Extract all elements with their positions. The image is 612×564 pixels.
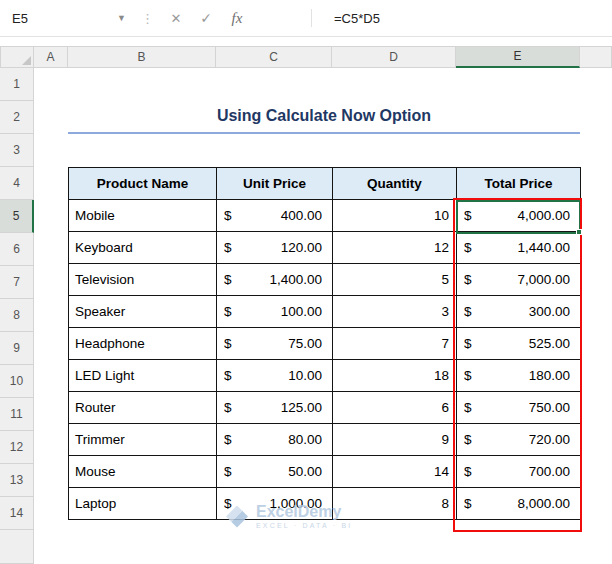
row-header-14[interactable]: 14 — [0, 497, 34, 530]
row-header-2[interactable]: 2 — [0, 101, 34, 134]
header-quantity[interactable]: Quantity — [333, 168, 457, 200]
cell-unit-price[interactable]: $120.00 — [217, 232, 333, 264]
cell-total-price[interactable]: $700.00 — [457, 456, 581, 488]
currency-symbol: $ — [464, 392, 472, 424]
currency-symbol: $ — [464, 264, 472, 296]
formula-input[interactable]: =C5*D5 — [334, 11, 380, 26]
table-row: Laptop$1,000.008$8,000.00 — [69, 488, 581, 520]
unit-price-value: 125.00 — [281, 392, 322, 424]
currency-symbol: $ — [224, 392, 232, 424]
unit-price-value: 50.00 — [288, 456, 322, 488]
row-header-4[interactable]: 4 — [0, 167, 34, 200]
cell-unit-price[interactable]: $75.00 — [217, 328, 333, 360]
worksheet-grid: A B C D E 1234567891011121314 Using Calc… — [0, 46, 612, 564]
cell-quantity[interactable]: 6 — [333, 392, 457, 424]
currency-symbol: $ — [224, 424, 232, 456]
total-price-value: 750.00 — [529, 392, 570, 424]
cell-product-name[interactable]: Television — [69, 264, 217, 296]
cell-product-name[interactable]: Speaker — [69, 296, 217, 328]
name-box-dropdown-icon[interactable]: ▼ — [117, 13, 126, 23]
unit-price-value: 400.00 — [281, 200, 322, 232]
cell-product-name[interactable]: Mouse — [69, 456, 217, 488]
name-box-value: E5 — [12, 11, 28, 26]
currency-symbol: $ — [224, 456, 232, 488]
cell-quantity[interactable]: 8 — [333, 488, 457, 520]
cell-quantity[interactable]: 12 — [333, 232, 457, 264]
cell-unit-price[interactable]: $50.00 — [217, 456, 333, 488]
cell-product-name[interactable]: Laptop — [69, 488, 217, 520]
cell-quantity[interactable]: 5 — [333, 264, 457, 296]
cell-total-price[interactable]: $300.00 — [457, 296, 581, 328]
row-header-10[interactable]: 10 — [0, 365, 34, 398]
table-row: Mobile$400.0010$4,000.00 — [69, 200, 581, 232]
unit-price-value: 120.00 — [281, 232, 322, 264]
cell-quantity[interactable]: 18 — [333, 360, 457, 392]
cell-total-price[interactable]: $1,440.00 — [457, 232, 581, 264]
total-price-value: 700.00 — [529, 456, 570, 488]
cell-quantity[interactable]: 10 — [333, 200, 457, 232]
column-header-c[interactable]: C — [216, 46, 332, 68]
cell-unit-price[interactable]: $10.00 — [217, 360, 333, 392]
cell-unit-price[interactable]: $125.00 — [217, 392, 333, 424]
cell-product-name[interactable]: Mobile — [69, 200, 217, 232]
currency-symbol: $ — [464, 328, 472, 360]
row-header-9[interactable]: 9 — [0, 332, 34, 365]
column-header-e[interactable]: E — [456, 46, 580, 68]
cell-total-price[interactable]: $4,000.00 — [457, 200, 581, 232]
cell-quantity[interactable]: 7 — [333, 328, 457, 360]
table-header-row: Product Name Unit Price Quantity Total P… — [69, 168, 581, 200]
cell-product-name[interactable]: LED Light — [69, 360, 217, 392]
row-header-11[interactable]: 11 — [0, 398, 34, 431]
unit-price-value: 1,000.00 — [269, 488, 322, 520]
row-header-3[interactable]: 3 — [0, 134, 34, 167]
cell-unit-price[interactable]: $400.00 — [217, 200, 333, 232]
column-header-d[interactable]: D — [332, 46, 456, 68]
cell-total-price[interactable]: $180.00 — [457, 360, 581, 392]
product-table: Product Name Unit Price Quantity Total P… — [68, 167, 581, 520]
cancel-button[interactable]: ✕ — [161, 11, 191, 26]
cell-total-price[interactable]: $720.00 — [457, 424, 581, 456]
row-header-partial[interactable] — [0, 530, 34, 564]
row-header-6[interactable]: 6 — [0, 233, 34, 266]
cell-unit-price[interactable]: $100.00 — [217, 296, 333, 328]
cell-product-name[interactable]: Router — [69, 392, 217, 424]
sheet-title-cell[interactable]: Using Calculate Now Option — [68, 101, 580, 134]
spreadsheet-app: E5 ▼ ⋮ ✕ ✓ fx =C5*D5 A B C D E 123456789… — [0, 0, 612, 564]
cell-product-name[interactable]: Keyboard — [69, 232, 217, 264]
cell-unit-price[interactable]: $1,000.00 — [217, 488, 333, 520]
row-header-7[interactable]: 7 — [0, 266, 34, 299]
table-row: Speaker$100.003$300.00 — [69, 296, 581, 328]
column-header-f[interactable] — [580, 46, 612, 68]
header-product-name[interactable]: Product Name — [69, 168, 217, 200]
table-row: Television$1,400.005$7,000.00 — [69, 264, 581, 296]
row-header-13[interactable]: 13 — [0, 464, 34, 497]
total-price-value: 300.00 — [529, 296, 570, 328]
cell-quantity[interactable]: 14 — [333, 456, 457, 488]
insert-function-button[interactable]: fx — [221, 10, 253, 27]
cell-unit-price[interactable]: $80.00 — [217, 424, 333, 456]
select-all-corner[interactable] — [0, 46, 34, 68]
column-header-b[interactable]: B — [68, 46, 216, 68]
row-header-5[interactable]: 5 — [0, 200, 34, 233]
cell-total-price[interactable]: $525.00 — [457, 328, 581, 360]
table-row: Keyboard$120.0012$1,440.00 — [69, 232, 581, 264]
table-row: Mouse$50.0014$700.00 — [69, 456, 581, 488]
name-box[interactable]: E5 ▼ — [6, 6, 134, 30]
cell-quantity[interactable]: 3 — [333, 296, 457, 328]
row-header-1[interactable]: 1 — [0, 68, 34, 101]
column-header-a[interactable]: A — [34, 46, 68, 68]
currency-symbol: $ — [464, 488, 472, 520]
enter-button[interactable]: ✓ — [191, 10, 221, 26]
cell-quantity[interactable]: 9 — [333, 424, 457, 456]
cell-total-price[interactable]: $750.00 — [457, 392, 581, 424]
header-unit-price[interactable]: Unit Price — [217, 168, 333, 200]
row-header-8[interactable]: 8 — [0, 299, 34, 332]
cell-product-name[interactable]: Trimmer — [69, 424, 217, 456]
product-table-body: Mobile$400.0010$4,000.00Keyboard$120.001… — [69, 200, 581, 520]
row-header-12[interactable]: 12 — [0, 431, 34, 464]
cell-total-price[interactable]: $7,000.00 — [457, 264, 581, 296]
cell-total-price[interactable]: $8,000.00 — [457, 488, 581, 520]
cell-unit-price[interactable]: $1,400.00 — [217, 264, 333, 296]
header-total-price[interactable]: Total Price — [457, 168, 581, 200]
cell-product-name[interactable]: Headphone — [69, 328, 217, 360]
